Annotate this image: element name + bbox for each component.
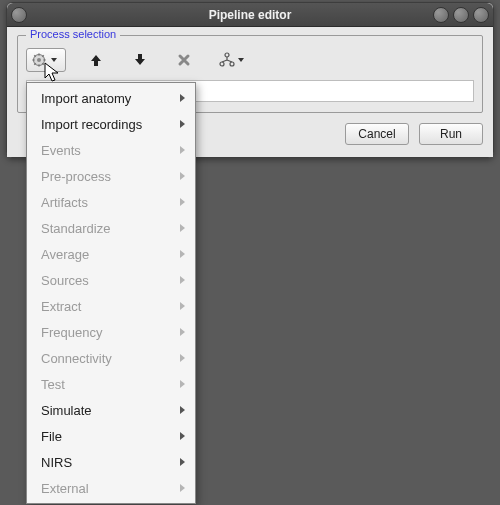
svg-point-12	[230, 62, 234, 66]
tree-icon	[218, 52, 236, 68]
menu-item-label: Pre-process	[41, 169, 111, 184]
menu-item[interactable]: Import recordings	[27, 111, 195, 137]
svg-line-8	[34, 63, 35, 64]
svg-point-10	[225, 53, 229, 57]
submenu-arrow-icon	[180, 432, 185, 440]
svg-line-7	[42, 63, 43, 64]
pipeline-tree-button[interactable]	[214, 48, 248, 72]
toolbar	[26, 46, 474, 74]
svg-point-11	[220, 62, 224, 66]
menu-item[interactable]: NIRS	[27, 449, 195, 475]
svg-line-6	[34, 55, 35, 56]
menu-item: Artifacts	[27, 189, 195, 215]
arrow-down-icon	[133, 53, 147, 67]
delete-button[interactable]	[170, 48, 198, 72]
menu-item: Events	[27, 137, 195, 163]
menu-item[interactable]: Import anatomy	[27, 85, 195, 111]
gear-icon	[31, 52, 47, 68]
menu-item[interactable]: Simulate	[27, 397, 195, 423]
menu-item-label: Average	[41, 247, 89, 262]
fieldset-legend: Process selection	[26, 28, 120, 40]
chevron-down-icon	[238, 58, 244, 62]
menu-item[interactable]: File	[27, 423, 195, 449]
menu-item: Pre-process	[27, 163, 195, 189]
arrow-up-icon	[89, 53, 103, 67]
menu-item-label: Simulate	[41, 403, 92, 418]
menu-item: External	[27, 475, 195, 501]
svg-point-1	[37, 58, 41, 62]
window-menu-icon[interactable]	[11, 7, 27, 23]
menu-item: Frequency	[27, 319, 195, 345]
submenu-arrow-icon	[180, 94, 185, 102]
desktop: Pipeline editor Process selection	[0, 0, 500, 505]
menu-item-label: External	[41, 481, 89, 496]
submenu-arrow-icon	[180, 302, 185, 310]
menu-item: Connectivity	[27, 345, 195, 371]
submenu-arrow-icon	[180, 250, 185, 258]
menu-item-label: Import recordings	[41, 117, 142, 132]
titlebar[interactable]: Pipeline editor	[7, 3, 493, 27]
submenu-arrow-icon	[180, 198, 185, 206]
menu-item-label: Sources	[41, 273, 89, 288]
menu-item: Sources	[27, 267, 195, 293]
add-process-button[interactable]	[26, 48, 66, 72]
menu-item-label: NIRS	[41, 455, 72, 470]
submenu-arrow-icon	[180, 354, 185, 362]
submenu-arrow-icon	[180, 120, 185, 128]
submenu-arrow-icon	[180, 380, 185, 388]
submenu-arrow-icon	[180, 146, 185, 154]
menu-item: Average	[27, 241, 195, 267]
menu-item: Test	[27, 371, 195, 397]
submenu-arrow-icon	[180, 224, 185, 232]
maximize-icon[interactable]	[453, 7, 469, 23]
submenu-arrow-icon	[180, 276, 185, 284]
menu-item-label: Test	[41, 377, 65, 392]
menu-item-label: Extract	[41, 299, 81, 314]
x-icon	[177, 53, 191, 67]
close-icon[interactable]	[473, 7, 489, 23]
menu-item-label: Events	[41, 143, 81, 158]
submenu-arrow-icon	[180, 172, 185, 180]
menu-item: Extract	[27, 293, 195, 319]
submenu-arrow-icon	[180, 406, 185, 414]
move-down-button[interactable]	[126, 48, 154, 72]
submenu-arrow-icon	[180, 328, 185, 336]
menu-item-label: File	[41, 429, 62, 444]
menu-item-label: Connectivity	[41, 351, 112, 366]
minimize-icon[interactable]	[433, 7, 449, 23]
run-button[interactable]: Run	[419, 123, 483, 145]
menu-item-label: Import anatomy	[41, 91, 131, 106]
menu-item-label: Standardize	[41, 221, 110, 236]
window-title: Pipeline editor	[209, 8, 292, 22]
menu-item-label: Frequency	[41, 325, 102, 340]
menu-item: Standardize	[27, 215, 195, 241]
menu-item-label: Artifacts	[41, 195, 88, 210]
submenu-arrow-icon	[180, 484, 185, 492]
cancel-button[interactable]: Cancel	[345, 123, 409, 145]
move-up-button[interactable]	[82, 48, 110, 72]
window-controls	[433, 7, 489, 23]
chevron-down-icon	[51, 58, 57, 62]
submenu-arrow-icon	[180, 458, 185, 466]
svg-line-9	[42, 55, 43, 56]
process-menu: Import anatomyImport recordingsEventsPre…	[26, 82, 196, 504]
